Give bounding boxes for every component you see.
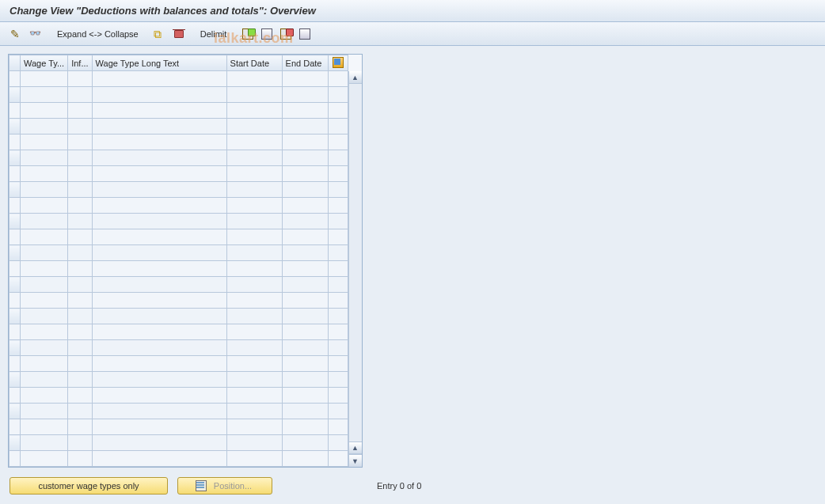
cell-long-text[interactable] (92, 372, 226, 388)
cell-infotype[interactable] (68, 166, 92, 182)
row-selector[interactable] (10, 71, 21, 87)
table-row[interactable] (10, 372, 348, 388)
cell-end-date[interactable] (282, 324, 328, 340)
cell-infotype[interactable] (68, 419, 92, 435)
cell-end-date[interactable] (282, 435, 328, 451)
cell-wage-type[interactable] (21, 87, 68, 103)
cell-start-date[interactable] (226, 404, 282, 419)
cell-end-date[interactable] (282, 87, 328, 103)
col-start-date[interactable]: Start Date (226, 55, 282, 71)
cell-wage-type[interactable] (21, 324, 68, 340)
cell-wage-type[interactable] (21, 119, 68, 135)
cell-end-date[interactable] (282, 404, 328, 419)
cell-infotype[interactable] (68, 198, 92, 214)
cell-wage-type[interactable] (21, 309, 68, 324)
cell-wage-type[interactable] (21, 214, 68, 229)
cell-start-date[interactable] (226, 182, 282, 198)
row-selector[interactable] (10, 356, 21, 372)
cell-infotype[interactable] (68, 182, 92, 198)
cell-end-date[interactable] (282, 261, 328, 277)
delete-button[interactable] (172, 27, 186, 41)
cell-wage-type[interactable] (21, 261, 68, 277)
cell-long-text[interactable] (92, 419, 226, 435)
table-row[interactable] (10, 388, 348, 404)
cell-start-date[interactable] (226, 451, 282, 467)
cell-end-date[interactable] (282, 229, 328, 245)
cell-long-text[interactable] (92, 182, 226, 198)
cell-start-date[interactable] (226, 261, 282, 277)
cell-long-text[interactable] (92, 71, 226, 87)
cell-long-text[interactable] (92, 150, 226, 166)
table-row[interactable] (10, 356, 348, 372)
cell-wage-type[interactable] (21, 277, 68, 293)
cell-start-date[interactable] (226, 277, 282, 293)
row-selector-header[interactable] (10, 55, 21, 71)
cell-long-text[interactable] (92, 293, 226, 309)
table-row[interactable] (10, 261, 348, 277)
cell-wage-type[interactable] (21, 198, 68, 214)
row-selector[interactable] (10, 229, 21, 245)
cell-long-text[interactable] (92, 435, 226, 451)
cell-wage-type[interactable] (21, 435, 68, 451)
table-row[interactable] (10, 198, 348, 214)
cell-infotype[interactable] (68, 87, 92, 103)
cell-start-date[interactable] (226, 71, 282, 87)
cell-infotype[interactable] (68, 229, 92, 245)
cell-end-date[interactable] (282, 277, 328, 293)
customer-wage-types-button[interactable]: customer wage types only (10, 477, 168, 495)
cell-start-date[interactable] (226, 419, 282, 435)
cell-wage-type[interactable] (21, 71, 68, 87)
cell-long-text[interactable] (92, 119, 226, 135)
row-selector[interactable] (10, 451, 21, 467)
cell-start-date[interactable] (226, 309, 282, 324)
row-selector[interactable] (10, 309, 21, 324)
row-selector[interactable] (10, 198, 21, 214)
cell-end-date[interactable] (282, 309, 328, 324)
cell-start-date[interactable] (226, 87, 282, 103)
cell-infotype[interactable] (68, 214, 92, 229)
cell-start-date[interactable] (226, 166, 282, 182)
row-selector[interactable] (10, 261, 21, 277)
col-infotype[interactable]: Inf... (68, 55, 92, 71)
cell-infotype[interactable] (68, 245, 92, 261)
row-selector[interactable] (10, 245, 21, 261)
table-row[interactable] (10, 135, 348, 150)
cell-long-text[interactable] (92, 87, 226, 103)
row-selector[interactable] (10, 277, 21, 293)
cell-end-date[interactable] (282, 388, 328, 404)
cell-long-text[interactable] (92, 388, 226, 404)
cell-infotype[interactable] (68, 119, 92, 135)
table-row[interactable] (10, 245, 348, 261)
cell-start-date[interactable] (226, 356, 282, 372)
cell-long-text[interactable] (92, 261, 226, 277)
cell-start-date[interactable] (226, 103, 282, 119)
table-row[interactable] (10, 214, 348, 229)
cell-long-text[interactable] (92, 277, 226, 293)
cell-end-date[interactable] (282, 71, 328, 87)
vertical-scrollbar[interactable]: ▲ ▲ ▼ (348, 71, 362, 467)
select-all-button[interactable] (241, 27, 255, 41)
cell-end-date[interactable] (282, 293, 328, 309)
cell-end-date[interactable] (282, 372, 328, 388)
table-row[interactable] (10, 324, 348, 340)
cell-long-text[interactable] (92, 451, 226, 467)
cell-infotype[interactable] (68, 435, 92, 451)
change-button[interactable] (10, 27, 24, 41)
cell-end-date[interactable] (282, 451, 328, 467)
data-table[interactable]: Wage Ty... Inf... Wage Type Long Text St… (9, 55, 348, 467)
cell-long-text[interactable] (92, 198, 226, 214)
col-end-date[interactable]: End Date (282, 55, 328, 71)
cell-long-text[interactable] (92, 229, 226, 245)
cell-wage-type[interactable] (21, 293, 68, 309)
scroll-down-step-button[interactable]: ▲ (349, 441, 362, 454)
cell-start-date[interactable] (226, 324, 282, 340)
cell-infotype[interactable] (68, 293, 92, 309)
cell-start-date[interactable] (226, 135, 282, 150)
row-selector[interactable] (10, 166, 21, 182)
deselect-all-button[interactable] (279, 27, 293, 41)
table-row[interactable] (10, 293, 348, 309)
scroll-up-button[interactable]: ▲ (349, 71, 362, 84)
cell-infotype[interactable] (68, 356, 92, 372)
cell-infotype[interactable] (68, 150, 92, 166)
cell-end-date[interactable] (282, 119, 328, 135)
